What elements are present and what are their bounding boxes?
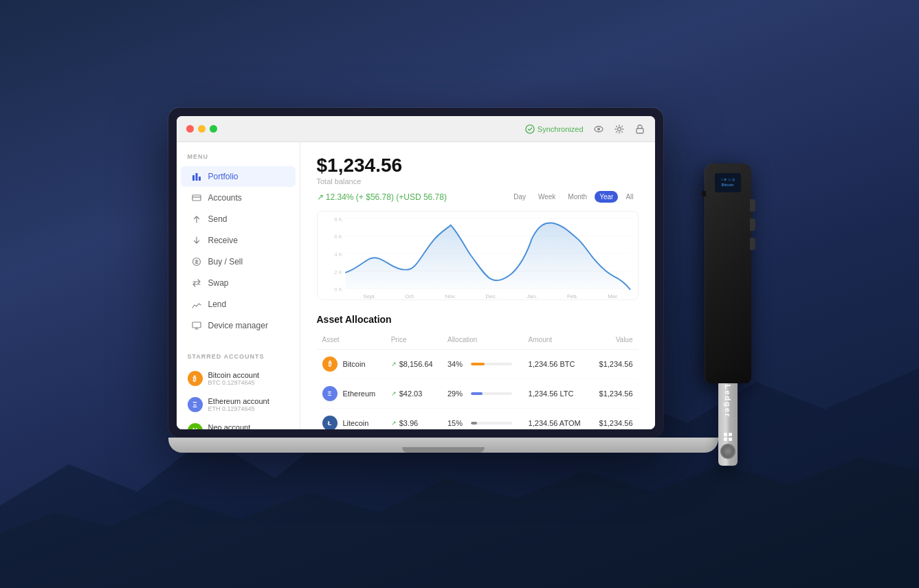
- sidebar-item-portfolio[interactable]: Portfolio: [181, 166, 296, 187]
- ledger-brand-label: Ledger: [724, 385, 732, 418]
- bitcoin-value: $1,234.56: [590, 350, 638, 379]
- sidebar-item-accounts[interactable]: Accounts: [181, 188, 296, 208]
- col-value: Value: [590, 333, 638, 350]
- laptop-base: [168, 438, 718, 453]
- account-item-neo[interactable]: N Neo account NEO 0.12974645: [177, 418, 300, 429]
- maximize-button[interactable]: [210, 125, 217, 133]
- laptop-screen: Synchronized: [168, 108, 663, 438]
- table-row[interactable]: Ξ Ethereum ↗ $42.03: [317, 379, 639, 409]
- menu-label: MENU: [177, 153, 300, 160]
- svg-text:0 K: 0 K: [334, 286, 343, 293]
- col-price: Price: [386, 333, 442, 350]
- bitcoin-asset-cell: ₿ Bitcoin: [322, 357, 380, 372]
- col-asset: Asset: [317, 333, 386, 350]
- ledger-screen: ☆ ⊕ ☺ ◎ Bitcoin: [715, 173, 741, 192]
- app-window: Synchronized: [177, 116, 655, 429]
- filter-year[interactable]: Year: [595, 191, 618, 203]
- svg-point-2: [597, 128, 600, 131]
- ledger-thumb: [720, 444, 735, 459]
- minimize-button[interactable]: [198, 125, 206, 133]
- receive-icon: [192, 236, 201, 245]
- litecoin-name: Litecoin: [343, 419, 369, 427]
- sidebar-item-device-manager[interactable]: Device manager: [181, 315, 296, 336]
- ledger-usb: Ledger: [718, 383, 738, 466]
- col-allocation: Allocation: [442, 333, 523, 350]
- ledger-btn-top[interactable]: [750, 199, 755, 212]
- settings-icon[interactable]: [614, 124, 625, 135]
- laptop: Synchronized: [168, 108, 718, 453]
- sidebar-nav: Portfolio Accounts: [177, 166, 300, 337]
- svg-text:Dec.: Dec.: [485, 293, 496, 299]
- ethereum-amount: 1,234.56 LTC: [523, 379, 590, 409]
- sync-label: Synchronized: [538, 125, 584, 133]
- ledger-btn-mid[interactable]: [750, 218, 755, 231]
- svg-text:Oct.: Oct.: [405, 293, 414, 299]
- bitcoin-account-sub: BTC 0.12974645: [208, 379, 260, 386]
- main-content: $1,234.56 Total balance ↗ 12.34% (+ $56.…: [300, 142, 655, 429]
- ethereum-asset-cell: Ξ Ethereum: [322, 386, 380, 401]
- litecoin-icon: Ł: [322, 416, 337, 429]
- change-row: ↗ 12.34% (+ $56.78) (+USD 56.78) Day Wee…: [317, 191, 639, 203]
- sidebar-item-swap[interactable]: Swap: [181, 273, 296, 293]
- ledger-left-notch: [702, 191, 706, 196]
- time-filters: Day Week Month Year All: [509, 191, 638, 203]
- svg-text:8 K: 8 K: [334, 216, 343, 223]
- ethereum-account-sub: ETH 0.12974645: [208, 405, 269, 412]
- total-balance-label: Total balance: [317, 177, 639, 185]
- ethereum-trend-icon: ↗: [391, 390, 397, 397]
- svg-text:6 K: 6 K: [334, 234, 343, 240]
- scene-wrapper: Synchronized: [0, 0, 919, 588]
- svg-text:Sept.: Sept.: [363, 293, 375, 299]
- chart-icon: [192, 172, 201, 181]
- send-icon: [192, 214, 201, 224]
- bitcoin-pct: 34%: [447, 360, 467, 368]
- ledger-btn-bot[interactable]: [750, 238, 755, 250]
- traffic-lights: [186, 125, 217, 133]
- tag-icon: [192, 257, 201, 267]
- litecoin-allocation: 15%: [447, 419, 518, 427]
- device-manager-label: Device manager: [208, 321, 268, 330]
- ethereum-value: $1,234.56: [590, 379, 638, 409]
- receive-label: Receive: [208, 236, 238, 245]
- account-item-ethereum[interactable]: Ξ Ethereum account ETH 0.12974645: [177, 392, 300, 418]
- filter-week[interactable]: Week: [533, 191, 560, 203]
- close-button[interactable]: [186, 125, 194, 133]
- svg-rect-7: [199, 177, 201, 181]
- asset-section-title: Asset Allocation: [317, 314, 639, 325]
- svg-rect-6: [195, 173, 197, 181]
- ethereum-price-cell: ↗ $42.03: [391, 389, 436, 398]
- litecoin-price-cell: ↗ $3.96: [391, 419, 436, 427]
- ethereum-account-name: Ethereum account: [208, 397, 269, 405]
- bitcoin-allocation: 34%: [447, 360, 518, 368]
- neo-avatar: N: [188, 423, 203, 429]
- app-body: MENU Portfolio: [177, 142, 655, 429]
- sidebar-item-receive[interactable]: Receive: [181, 230, 296, 251]
- filter-day[interactable]: Day: [509, 191, 531, 203]
- swap-label: Swap: [208, 278, 229, 288]
- logo-sq-4: [729, 438, 732, 441]
- svg-text:Nov.: Nov.: [445, 293, 456, 299]
- sidebar-item-lend[interactable]: Lend: [181, 294, 296, 315]
- ethereum-icon: Ξ: [322, 386, 337, 401]
- sidebar-item-send[interactable]: Send: [181, 209, 296, 229]
- svg-rect-5: [192, 175, 195, 181]
- card-icon: [192, 193, 201, 203]
- ledger-device: ☆ ⊕ ☺ ◎ Bitcoin Ledger: [705, 163, 751, 466]
- bitcoin-trend-icon: ↗: [391, 361, 397, 368]
- table-row[interactable]: ₿ Bitcoin ↗ $8,156.64: [317, 350, 639, 379]
- account-item-bitcoin[interactable]: ₿ Bitcoin account BTC 0.12974645: [177, 365, 300, 392]
- svg-text:4 K: 4 K: [334, 251, 343, 258]
- bitcoin-fill: [471, 363, 485, 365]
- eye-icon[interactable]: [593, 124, 604, 135]
- sidebar-item-buy-sell[interactable]: Buy / Sell: [181, 251, 296, 272]
- lock-icon[interactable]: [634, 124, 645, 135]
- lend-label: Lend: [208, 299, 227, 309]
- ledger-screen-content: ☆ ⊕ ☺ ◎ Bitcoin: [720, 177, 735, 188]
- starred-label: STARRED ACCOUNTS: [177, 353, 300, 360]
- filter-all[interactable]: All: [621, 191, 638, 203]
- portfolio-chart: 8 K 6 K 4 K 2 K 0 K: [318, 212, 638, 299]
- filter-month[interactable]: Month: [563, 191, 592, 203]
- send-label: Send: [208, 214, 228, 224]
- table-row[interactable]: Ł Litecoin ↗ $3.96: [317, 409, 639, 430]
- litecoin-value: $1,234.56: [590, 409, 638, 430]
